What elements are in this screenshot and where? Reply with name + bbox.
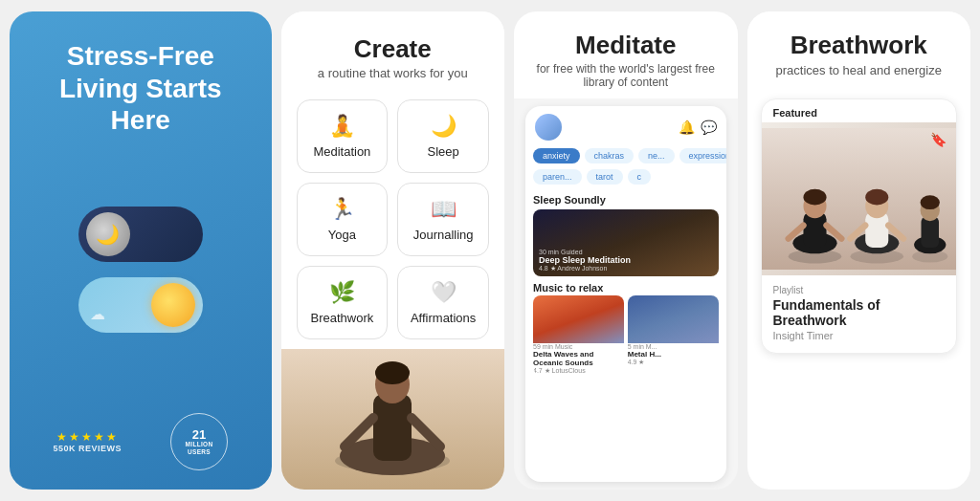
card4-title: Breathwork — [767, 31, 952, 60]
bell-icon[interactable]: 🔔 — [679, 120, 695, 135]
playlist-name: Fundamentals of Breathwork — [773, 297, 946, 328]
featured-info: Playlist Fundamentals of Breathwork Insi… — [762, 275, 957, 353]
track3-thumbnail — [628, 295, 719, 343]
meditation-label: Meditation — [313, 144, 370, 159]
grid-item-affirmations[interactable]: 🤍 Affirmations — [397, 266, 489, 339]
million-label: MILLIONUSERS — [186, 441, 213, 456]
card3-header: Meditate for free with the world's large… — [514, 11, 738, 98]
section-sleep-soundly: Sleep Soundly — [525, 190, 726, 207]
tag-c[interactable]: c — [628, 169, 652, 185]
svg-point-27 — [920, 195, 939, 209]
sleep-soundly-card[interactable]: 30 min Guided Deep Sleep Meditation 4.8 … — [533, 209, 719, 276]
svg-rect-25 — [921, 217, 939, 248]
meditation-image-area — [281, 349, 505, 490]
featured-image: 🔖 — [762, 122, 957, 275]
track2-card[interactable]: 59 min Music Delta Waves and Oceanic Sou… — [533, 295, 624, 375]
card3-subtitle: for free with the world's largest free l… — [529, 62, 723, 89]
track3-name: Metal H... — [628, 350, 719, 359]
phone-screen: 🔔 💬 anxiety chakras ne... expression par… — [525, 106, 726, 482]
avatar — [535, 114, 562, 141]
cloud-decoration: ☁ — [90, 305, 105, 323]
tag-anxiety[interactable]: anxiety — [533, 148, 580, 163]
app-container: Stress-Free Living Starts Here · · · 🌙 ☁… — [0, 0, 980, 501]
sleep-track-duration: 30 min Guided — [539, 249, 631, 255]
svg-point-20 — [865, 189, 888, 206]
card2-subtitle: a routine that works for you — [301, 66, 486, 80]
tag-tarot[interactable]: tarot — [587, 169, 623, 185]
grid-item-yoga[interactable]: 🏃 Yoga — [297, 183, 389, 256]
tag-ne[interactable]: ne... — [638, 148, 675, 163]
track3-duration: 5 min M... — [628, 343, 719, 350]
yoga-label: Yoga — [328, 228, 356, 242]
yoga-icon: 🏃 — [329, 197, 355, 222]
journalling-icon: 📖 — [431, 197, 457, 222]
affirmations-icon: 🤍 — [431, 280, 457, 305]
card-stress-free: Stress-Free Living Starts Here · · · 🌙 ☁… — [10, 11, 272, 490]
reviews-label: 550K REVIEWS — [53, 444, 122, 453]
screen-icons: 🔔 💬 — [679, 120, 717, 135]
sleep-track-rating: 4.8 ★ Andrew Johnson — [539, 265, 631, 272]
sleep-icon: 🌙 — [431, 114, 457, 139]
card1-footer: ★★★★★ 550K REVIEWS 21 MILLIONUSERS — [29, 403, 253, 470]
track2-duration: 59 min Music — [533, 343, 624, 350]
grid-item-journalling[interactable]: 📖 Journalling — [397, 183, 489, 256]
featured-label: Featured — [762, 99, 957, 122]
breathwork-label: Breathwork — [311, 311, 374, 325]
yoga-people-svg — [762, 122, 957, 275]
sleep-track-info: 30 min Guided Deep Sleep Meditation 4.8 … — [539, 249, 631, 272]
svg-point-13 — [803, 189, 826, 206]
tags-row-2: paren... tarot c — [525, 169, 726, 190]
card2-header: Create a routine that works for you — [281, 11, 505, 90]
section-music-relax: Music to relax — [525, 278, 726, 295]
meditation-person-svg — [316, 349, 469, 490]
svg-point-4 — [375, 361, 410, 384]
card1-title: Stress-Free Living Starts Here — [29, 40, 253, 137]
bookmark-icon[interactable]: 🔖 — [930, 132, 947, 147]
grid-item-meditation[interactable]: 🧘 Meditation — [297, 99, 389, 173]
playlist-source: Insight Timer — [773, 330, 946, 341]
track2-rating: 4.7 ★ LotusClous — [533, 367, 624, 375]
sun-knob — [151, 283, 195, 327]
day-toggle[interactable]: ☁ — [78, 277, 203, 333]
card2-title: Create — [301, 34, 486, 64]
night-toggle[interactable]: · · · 🌙 — [78, 207, 203, 262]
featured-card[interactable]: Featured — [761, 98, 958, 354]
meditation-icon: 🧘 — [329, 114, 355, 139]
affirmations-label: Affirmations — [411, 311, 476, 325]
track3-card[interactable]: 5 min M... Metal H... 4.9 ★ — [628, 295, 719, 375]
track2-thumbnail — [533, 295, 624, 343]
users-badge: 21 MILLIONUSERS — [170, 413, 228, 470]
music-row: 59 min Music Delta Waves and Oceanic Sou… — [525, 295, 726, 381]
sleep-label: Sleep — [428, 144, 459, 159]
track2-name: Delta Waves and Oceanic Sounds — [533, 350, 624, 367]
card-meditate: Meditate for free with the world's large… — [514, 11, 738, 490]
activity-grid: 🧘 Meditation 🌙 Sleep 🏃 Yoga 📖 Journallin… — [281, 90, 505, 349]
million-number: 21 — [192, 428, 206, 441]
breathwork-icon: 🌿 — [329, 280, 355, 305]
stars-display: ★★★★★ — [53, 430, 122, 444]
card4-header: Breathwork practices to heal and energiz… — [747, 11, 971, 89]
grid-item-breathwork[interactable]: 🌿 Breathwork — [297, 266, 389, 339]
grid-item-sleep[interactable]: 🌙 Sleep — [397, 99, 489, 173]
card-create: Create a routine that works for you 🧘 Me… — [281, 11, 505, 490]
screen-top-bar: 🔔 💬 — [525, 106, 726, 148]
card4-subtitle: practices to heal and energize — [767, 62, 952, 79]
svg-rect-2 — [373, 394, 412, 461]
moon-knob: 🌙 — [86, 212, 130, 256]
journalling-label: Journalling — [413, 228, 474, 242]
card3-title: Meditate — [529, 31, 723, 60]
message-icon[interactable]: 💬 — [701, 120, 717, 135]
sleep-track-name: Deep Sleep Meditation — [539, 255, 631, 265]
playlist-type: Playlist — [773, 285, 946, 295]
card-breathwork: Breathwork practices to heal and energiz… — [747, 11, 971, 490]
reviews-section: ★★★★★ 550K REVIEWS — [53, 430, 122, 453]
tags-row: anxiety chakras ne... expression — [525, 148, 726, 169]
toggles-area: · · · 🌙 ☁ — [29, 207, 253, 333]
track3-rating: 4.9 ★ — [628, 359, 719, 366]
tag-chakras[interactable]: chakras — [585, 148, 635, 163]
tag-expression[interactable]: expression — [679, 148, 726, 163]
tag-paren[interactable]: paren... — [533, 169, 582, 185]
